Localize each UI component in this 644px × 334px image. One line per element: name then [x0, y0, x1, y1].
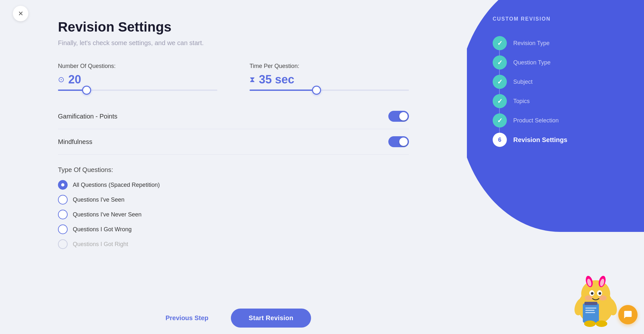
svg-point-7: [599, 292, 601, 295]
step-item-topics[interactable]: ✓ Topics: [493, 91, 625, 111]
question-icon: ⊙: [58, 75, 64, 84]
svg-point-6: [591, 292, 593, 295]
chat-button[interactable]: [618, 305, 638, 324]
check-icon-3: ✓: [497, 78, 503, 86]
step-item-product-selection[interactable]: ✓ Product Selection: [493, 111, 625, 130]
mindfulness-toggle[interactable]: [388, 136, 409, 147]
questions-type-label: Type Of Questions:: [58, 166, 409, 174]
step-number-6: 6: [498, 137, 501, 143]
radio-text-seen: Questions I've Seen: [73, 196, 125, 203]
radio-text-got-right: Questions I Got Right: [73, 241, 128, 248]
radio-circle-got-wrong: [58, 224, 68, 234]
svg-rect-16: [585, 308, 596, 309]
mindfulness-label: Mindfulness: [58, 138, 92, 146]
time-per-question-slider-fill: [250, 90, 317, 91]
num-questions-slider-thumb: [82, 86, 91, 95]
page-subtitle: Finally, let's check some settings, and …: [58, 39, 409, 47]
timer-icon: ⧗: [250, 75, 255, 84]
time-per-question-value: 35 sec: [259, 73, 294, 86]
radio-text-all-questions: All Questions (Spaced Repetition): [73, 182, 160, 188]
gamification-label: Gamification - Points: [58, 113, 118, 120]
mindfulness-toggle-row: Mindfulness: [58, 129, 409, 155]
step-text-6: Revision Settings: [513, 136, 567, 144]
step-list: ✓ Revision Type ✓ Question Type ✓ Subjec…: [493, 33, 625, 149]
step-circle-6: 6: [493, 133, 507, 147]
time-per-question-slider-thumb: [312, 86, 321, 95]
check-icon-1: ✓: [497, 39, 503, 47]
page-title: Revision Settings: [58, 19, 409, 35]
start-revision-button[interactable]: Start Revision: [231, 309, 311, 328]
radio-item-seen[interactable]: Questions I've Seen: [58, 195, 409, 205]
radio-item-got-right: Questions I Got Right: [58, 239, 409, 249]
radio-circle-got-right: [58, 239, 68, 249]
radio-item-all-questions[interactable]: All Questions (Spaced Repetition): [58, 180, 409, 190]
time-per-question-value-row: ⧗ 35 sec: [250, 73, 409, 86]
step-text-1: Revision Type: [513, 40, 550, 47]
radio-text-never-seen: Questions I've Never Seen: [73, 211, 142, 218]
check-icon-4: ✓: [497, 97, 503, 105]
num-questions-label: Number Of Questions:: [58, 63, 217, 70]
svg-rect-17: [585, 310, 594, 311]
step-text-2: Question Type: [513, 59, 551, 66]
step-item-question-type[interactable]: ✓ Question Type: [493, 53, 625, 72]
close-button[interactable]: ✕: [13, 6, 28, 21]
time-per-question-slider-track[interactable]: [250, 90, 409, 91]
num-questions-value: 20: [68, 73, 81, 86]
bottom-bar: Previous Step Start Revision: [0, 302, 467, 334]
sidebar-content: CUSTOM REVISION ✓ Revision Type ✓ Questi…: [467, 0, 644, 149]
time-per-question-label: Time Per Question:: [250, 63, 409, 70]
step-item-subject[interactable]: ✓ Subject: [493, 72, 625, 91]
mascot: [567, 270, 625, 328]
radio-circle-never-seen: [58, 210, 68, 219]
step-text-4: Topics: [513, 98, 530, 105]
step-circle-1: ✓: [493, 36, 507, 50]
check-icon-2: ✓: [497, 59, 503, 66]
step-circle-2: ✓: [493, 55, 507, 70]
num-questions-value-row: ⊙ 20: [58, 73, 217, 86]
step-text-3: Subject: [513, 79, 533, 85]
svg-rect-15: [584, 302, 597, 305]
radio-list: All Questions (Spaced Repetition) Questi…: [58, 180, 409, 249]
radio-item-never-seen[interactable]: Questions I've Never Seen: [58, 210, 409, 219]
radio-circle-seen: [58, 195, 68, 205]
svg-point-3: [599, 295, 607, 301]
svg-point-19: [584, 320, 596, 327]
step-circle-3: ✓: [493, 75, 507, 89]
prev-step-button[interactable]: Previous Step: [156, 310, 218, 326]
time-per-question-group: Time Per Question: ⧗ 35 sec: [250, 63, 409, 91]
check-icon-5: ✓: [497, 117, 503, 124]
step-circle-5: ✓: [493, 113, 507, 128]
main-content: Revision Settings Finally, let's check s…: [0, 0, 467, 334]
gamification-toggle-row: Gamification - Points: [58, 104, 409, 129]
radio-text-got-wrong: Questions I Got Wrong: [73, 226, 132, 233]
gamification-toggle[interactable]: [388, 111, 409, 122]
num-questions-slider-track[interactable]: [58, 90, 217, 91]
svg-point-20: [596, 320, 607, 327]
settings-row: Number Of Questions: ⊙ 20 Time Per Quest…: [58, 63, 409, 91]
step-text-5: Product Selection: [513, 117, 559, 124]
chat-icon: [623, 310, 632, 319]
svg-point-2: [585, 295, 592, 301]
num-questions-group: Number Of Questions: ⊙ 20: [58, 63, 217, 91]
radio-item-got-wrong[interactable]: Questions I Got Wrong: [58, 224, 409, 234]
step-item-revision-settings[interactable]: 6 Revision Settings: [493, 130, 625, 149]
sidebar-title: CUSTOM REVISION: [493, 16, 625, 22]
svg-rect-18: [585, 312, 595, 313]
right-panel: CUSTOM REVISION ✓ Revision Type ✓ Questi…: [467, 0, 644, 334]
radio-circle-all-questions: [58, 180, 68, 190]
step-circle-4: ✓: [493, 94, 507, 108]
step-item-revision-type[interactable]: ✓ Revision Type: [493, 33, 625, 53]
